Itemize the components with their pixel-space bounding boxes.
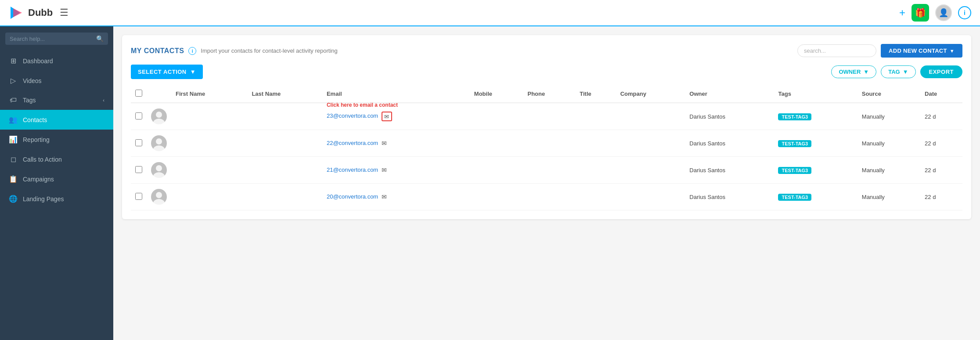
email-icon-2[interactable]: ✉	[382, 166, 387, 174]
sidebar-search[interactable]: 🔍	[5, 33, 108, 45]
row-date-2: 22 d	[920, 157, 962, 184]
top-nav: Dubb ☰ + 🎁 👤 i	[0, 0, 980, 26]
sidebar-item-tags[interactable]: 🏷 Tags ‹	[0, 90, 113, 110]
email-link-0[interactable]: 23@convertora.com	[327, 112, 378, 119]
landing-icon: 🌐	[9, 195, 18, 203]
info-button[interactable]: i	[958, 6, 971, 19]
add-new-contact-button[interactable]: ADD NEW CONTACT ▼	[881, 44, 962, 58]
row-phone-3	[523, 184, 575, 210]
row-checkbox-3[interactable]	[135, 193, 142, 200]
row-firstname-2	[171, 157, 247, 184]
tag-filter-label: TAG	[888, 69, 900, 75]
top-nav-left: Dubb ☰	[9, 5, 68, 21]
page-title: MY CONTACTS	[131, 47, 184, 55]
email-icon-1[interactable]: ✉	[382, 140, 387, 147]
contacts-table: First Name Last Name Email Mobile Phone …	[131, 85, 962, 210]
row-owner-3: Darius Santos	[685, 184, 774, 210]
cta-icon: ◻	[9, 155, 18, 163]
export-button[interactable]: EXPORT	[920, 65, 962, 78]
owner-filter-label: OWNER	[839, 69, 861, 75]
sidebar-item-reporting[interactable]: 📊 Reporting	[0, 130, 113, 149]
tags-arrow-icon: ‹	[103, 98, 104, 103]
sidebar-label-videos: Videos	[23, 77, 104, 84]
owner-filter-icon: ▼	[863, 69, 869, 75]
header-email: Email	[322, 85, 470, 103]
row-avatar-2	[151, 162, 167, 178]
row-checkbox-2[interactable]	[135, 166, 142, 173]
content-card: MY CONTACTS i Import your contacts for c…	[122, 35, 971, 219]
row-checkbox-cell	[131, 184, 147, 210]
row-mobile-1	[470, 130, 523, 157]
svg-point-8	[156, 192, 162, 198]
contacts-info-icon[interactable]: i	[188, 47, 196, 55]
email-link-1[interactable]: 22@convertora.com	[327, 140, 378, 146]
contacts-search-input[interactable]	[797, 44, 876, 57]
row-lastname-3	[247, 184, 322, 210]
sidebar-item-landing-pages[interactable]: 🌐 Landing Pages	[0, 189, 113, 209]
row-title-3	[575, 184, 616, 210]
sidebar-item-contacts[interactable]: 👥 Contacts	[0, 110, 113, 130]
sidebar-label-reporting: Reporting	[23, 136, 104, 143]
header-owner: Owner	[685, 85, 774, 103]
header-date: Date	[920, 85, 962, 103]
row-owner-0: Darius Santos	[685, 103, 774, 130]
row-email-cell-3: 20@convertora.com ✉	[322, 184, 470, 210]
avatar[interactable]: 👤	[935, 4, 952, 21]
sidebar: 🔍 ⊞ Dashboard ▷ Videos 🏷 Tags ‹ 👥 Contac…	[0, 26, 113, 340]
svg-point-4	[156, 138, 162, 145]
row-title-0	[575, 103, 616, 130]
svg-point-3	[153, 119, 165, 124]
owner-filter-button[interactable]: OWNER ▼	[831, 65, 876, 78]
row-title-2	[575, 157, 616, 184]
email-icon-3[interactable]: ✉	[382, 193, 387, 200]
header-last-name: Last Name	[247, 85, 322, 103]
row-checkbox-cell	[131, 103, 147, 130]
row-checkbox-1[interactable]	[135, 139, 142, 146]
header-company: Company	[616, 85, 685, 103]
row-firstname-1	[171, 130, 247, 157]
logo[interactable]: Dubb	[9, 5, 53, 21]
page-header-right: ADD NEW CONTACT ▼	[797, 44, 962, 58]
row-date-3: 22 d	[920, 184, 962, 210]
layout: 🔍 ⊞ Dashboard ▷ Videos 🏷 Tags ‹ 👥 Contac…	[0, 26, 980, 340]
search-help-input[interactable]	[10, 36, 96, 42]
row-avatar-0	[151, 109, 167, 124]
hamburger-menu[interactable]: ☰	[60, 7, 68, 18]
sidebar-label-cta: Calls to Action	[23, 156, 104, 163]
sidebar-label-contacts: Contacts	[23, 116, 104, 123]
email-tooltip-0: Click here to email a contact	[327, 102, 398, 108]
row-source-0: Manually	[858, 103, 920, 130]
gift-button[interactable]: 🎁	[912, 4, 929, 22]
row-avatar-cell	[147, 184, 171, 210]
tag-filter-button[interactable]: TAG ▼	[881, 65, 915, 78]
sidebar-item-dashboard[interactable]: ⊞ Dashboard	[0, 51, 113, 71]
add-button[interactable]: +	[899, 7, 905, 19]
svg-marker-1	[13, 8, 22, 17]
email-link-3[interactable]: 20@convertora.com	[327, 193, 378, 200]
sidebar-item-calls-to-action[interactable]: ◻ Calls to Action	[0, 149, 113, 169]
row-lastname-2	[247, 157, 322, 184]
row-company-0	[616, 103, 685, 130]
export-label: EXPORT	[929, 69, 954, 75]
row-checkbox-0[interactable]	[135, 112, 142, 119]
row-phone-2	[523, 157, 575, 184]
header-source: Source	[858, 85, 920, 103]
sidebar-label-dashboard: Dashboard	[23, 58, 104, 65]
row-company-3	[616, 184, 685, 210]
row-phone-1	[523, 130, 575, 157]
sidebar-item-campaigns[interactable]: 📋 Campaigns	[0, 169, 113, 189]
logo-text: Dubb	[28, 7, 53, 18]
email-link-2[interactable]: 21@convertora.com	[327, 166, 378, 173]
tags-icon: 🏷	[9, 96, 18, 104]
row-email-cell-1: 22@convertora.com ✉	[322, 130, 470, 157]
info-icon: i	[964, 9, 966, 16]
select-action-button[interactable]: SELECT ACTION ▼	[131, 65, 203, 79]
select-all-checkbox[interactable]	[135, 90, 142, 97]
header-tags: Tags	[774, 85, 857, 103]
row-source-2: Manually	[858, 157, 920, 184]
sidebar-item-videos[interactable]: ▷ Videos	[0, 71, 113, 90]
email-icon-button-0[interactable]: ✉	[382, 112, 392, 121]
row-avatar-cell	[147, 130, 171, 157]
page-header: MY CONTACTS i Import your contacts for c…	[131, 44, 962, 58]
add-contact-dropdown-icon: ▼	[950, 48, 955, 54]
